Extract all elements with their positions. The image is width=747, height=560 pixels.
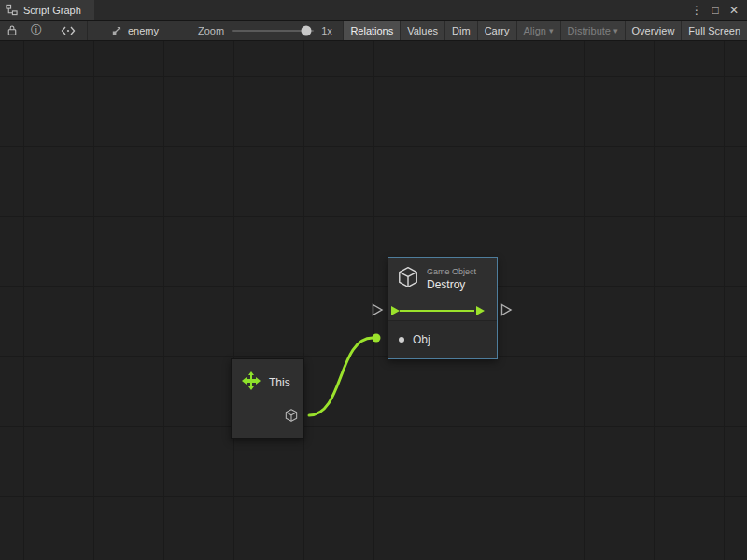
chevron-down-icon: ▾	[613, 26, 618, 35]
self-move-icon	[241, 371, 261, 395]
node-title: This	[269, 376, 290, 389]
full-screen-button[interactable]: Full Screen	[681, 21, 747, 40]
menu-icon[interactable]: ⋮	[687, 1, 706, 20]
zoom-slider[interactable]	[232, 30, 314, 32]
graph-name: enemy	[128, 25, 159, 36]
wire-layer	[0, 41, 747, 560]
this-node[interactable]: This	[231, 358, 304, 439]
obj-port-label: Obj	[413, 333, 430, 346]
toolbar-divider	[87, 21, 88, 40]
this-node-header: This	[232, 359, 303, 395]
flow-input-port[interactable]	[372, 303, 384, 316]
graph-breadcrumb[interactable]: enemy	[105, 21, 166, 40]
game-object-cube-icon	[396, 265, 420, 293]
close-icon[interactable]: ✕	[725, 1, 743, 20]
destroy-node[interactable]: Game Object Destroy Obj	[388, 257, 498, 359]
destroy-node-header: Game Object Destroy	[388, 258, 497, 301]
flow-relation-line	[400, 310, 474, 312]
relations-button[interactable]: Relations	[343, 21, 400, 40]
connection-endpoint[interactable]	[373, 334, 381, 343]
values-button[interactable]: Values	[400, 21, 444, 40]
code-view-icon[interactable]	[49, 21, 87, 40]
distribute-button: Distribute ▾	[560, 21, 625, 40]
flow-in-arrow-icon	[391, 306, 400, 315]
toolbar-button-group: Relations Values Dim Carry Align ▾ Distr…	[343, 21, 747, 40]
tab-script-graph[interactable]: Script Graph	[0, 0, 94, 20]
graph-asset-icon	[112, 24, 123, 37]
zoom-label: Zoom	[198, 25, 224, 36]
node-title: Destroy	[427, 278, 476, 291]
node-category: Game Object	[427, 267, 476, 276]
zoom-value: 1x	[321, 25, 332, 36]
connection-wire[interactable]	[309, 338, 373, 415]
lock-icon[interactable]	[0, 21, 24, 40]
dim-button[interactable]: Dim	[444, 21, 477, 40]
flow-relation-row	[388, 301, 497, 321]
script-graph-window: Script Graph ⋮ □ ✕ ⓘ	[0, 0, 747, 560]
game-object-output-port[interactable]	[284, 408, 299, 427]
carry-button[interactable]: Carry	[477, 21, 516, 40]
script-graph-icon	[6, 4, 18, 16]
align-button: Align ▾	[516, 21, 560, 40]
flow-output-port[interactable]	[500, 303, 513, 316]
tab-title: Script Graph	[23, 5, 81, 16]
window-controls: ⋮ □ ✕	[687, 0, 747, 20]
zoom-control: Zoom 1x	[190, 21, 340, 40]
align-label: Align	[524, 25, 546, 36]
chevron-down-icon: ▾	[549, 26, 554, 35]
title-bar: Script Graph ⋮ □ ✕	[0, 0, 747, 21]
overview-button[interactable]: Overview	[625, 21, 682, 40]
info-icon[interactable]: ⓘ	[24, 21, 49, 40]
maximize-icon[interactable]: □	[706, 1, 725, 20]
obj-port-row: Obj	[388, 321, 497, 358]
graph-canvas[interactable]: Game Object Destroy Obj	[0, 41, 747, 560]
flow-out-arrow-icon	[476, 306, 485, 315]
zoom-slider-knob[interactable]	[302, 25, 312, 35]
distribute-label: Distribute	[568, 25, 611, 36]
obj-port-dot[interactable]	[399, 337, 404, 343]
graph-toolbar: ⓘ enemy Zoom	[0, 21, 747, 41]
